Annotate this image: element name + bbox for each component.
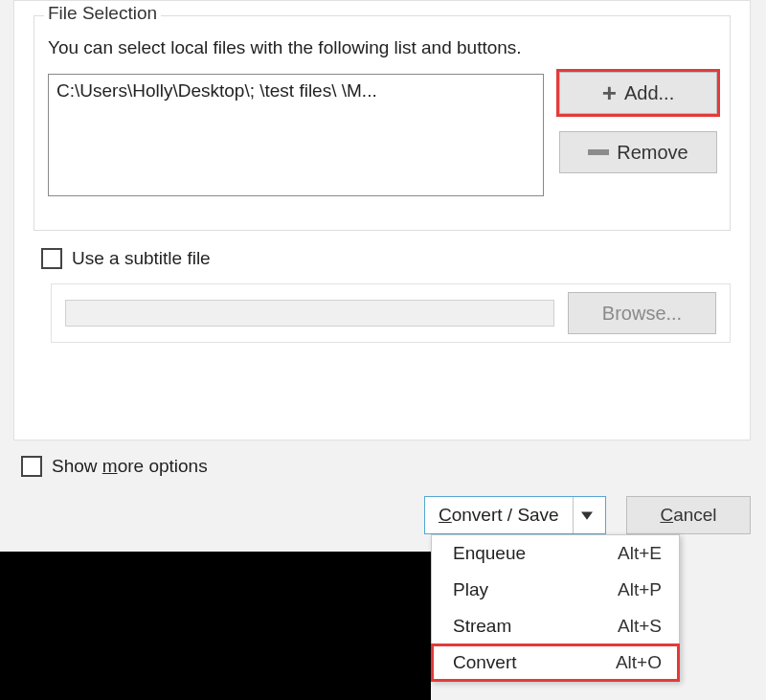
convert-save-dropdown[interactable]: [573, 497, 599, 533]
menu-item-label: Stream: [453, 616, 511, 637]
menu-item-label: Convert: [453, 652, 517, 673]
browse-button[interactable]: Browse...: [568, 292, 716, 334]
menu-item-label: Play: [453, 579, 488, 600]
file-selection-fieldset: File Selection You can select local file…: [34, 15, 731, 231]
file-list-item[interactable]: C:\Users\Holly\Desktop\; \test files\ \M…: [56, 80, 377, 101]
svg-marker-0: [581, 511, 593, 519]
remove-button-label: Remove: [617, 142, 687, 164]
file-list[interactable]: C:\Users\Holly\Desktop\; \test files\ \M…: [48, 74, 544, 196]
subtitle-fields: Browse...: [51, 283, 731, 343]
menu-item-shortcut: Alt+S: [618, 616, 662, 637]
add-button[interactable]: + Add...: [559, 72, 717, 114]
remove-button[interactable]: Remove: [559, 131, 717, 173]
convert-save-button[interactable]: Convert / Save: [424, 496, 606, 534]
menu-item-shortcut: Alt+E: [618, 543, 662, 564]
subtitle-checkbox-label: Use a subtitle file: [72, 248, 211, 269]
subtitle-checkbox[interactable]: [41, 248, 62, 269]
background-strip: [0, 552, 431, 700]
file-selection-legend: File Selection: [44, 3, 161, 24]
browse-button-label: Browse...: [602, 303, 682, 325]
file-panel: File Selection You can select local file…: [13, 0, 751, 440]
convert-dropdown-menu: Enqueue Alt+E Play Alt+P Stream Alt+S Co…: [431, 534, 680, 682]
subtitle-checkbox-row: Use a subtitle file: [41, 248, 211, 269]
menu-item-stream[interactable]: Stream Alt+S: [432, 608, 679, 644]
show-more-label: Show more options: [52, 456, 208, 477]
menu-item-shortcut: Alt+P: [618, 579, 662, 600]
menu-item-shortcut: Alt+O: [616, 652, 662, 673]
show-more-checkbox[interactable]: [21, 456, 42, 477]
cancel-button-label: Cancel: [660, 505, 716, 526]
convert-save-label: Convert / Save: [439, 505, 559, 526]
menu-item-label: Enqueue: [453, 543, 526, 564]
file-selection-description: You can select local files with the foll…: [48, 37, 522, 58]
minus-icon: [588, 149, 609, 155]
menu-item-play[interactable]: Play Alt+P: [432, 572, 679, 608]
add-button-label: Add...: [624, 82, 674, 104]
menu-item-enqueue[interactable]: Enqueue Alt+E: [432, 535, 679, 572]
menu-item-convert[interactable]: Convert Alt+O: [432, 644, 679, 681]
chevron-down-icon: [581, 509, 593, 521]
cancel-button[interactable]: Cancel: [626, 496, 751, 534]
show-more-row: Show more options: [21, 456, 208, 477]
subtitle-path-input[interactable]: [65, 300, 554, 327]
